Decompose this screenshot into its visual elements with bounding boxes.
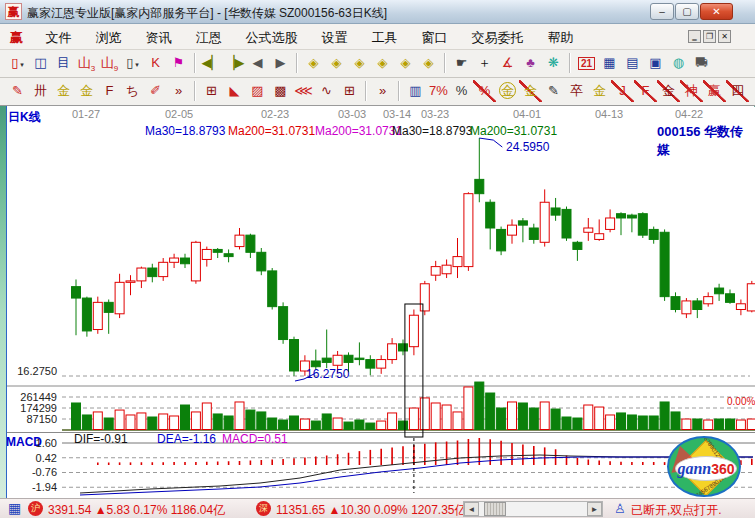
arrow-brush-icon[interactable]: ✎: [542, 80, 565, 102]
fan-icon[interactable]: ◣: [223, 80, 246, 102]
j-angle-icon[interactable]: J: [611, 80, 634, 102]
zoom-up-icon[interactable]: ◈: [371, 52, 394, 74]
keyboard-icon[interactable]: ▦: [8, 501, 21, 516]
f-angle-icon[interactable]: F: [634, 80, 657, 102]
gold-ratio-icon[interactable]: 金: [52, 80, 75, 102]
menu-item-7[interactable]: 工具: [359, 24, 409, 48]
peak-annotation-line: [479, 138, 502, 147]
flag-icon[interactable]: ⚑: [167, 52, 190, 74]
kx-analysis-icon[interactable]: K: [144, 52, 167, 74]
menu-item-1[interactable]: 文件: [33, 24, 83, 48]
last-page-icon[interactable]: ▕▶: [223, 52, 246, 74]
zigzag-icon[interactable]: ∿: [315, 80, 338, 102]
menu-item-3[interactable]: 资讯: [133, 24, 183, 48]
menu-item-2[interactable]: 浏览: [83, 24, 133, 48]
gold-circle-icon[interactable]: 金: [496, 80, 519, 102]
tree-tool-icon[interactable]: ♣: [519, 52, 542, 74]
connection-user-icon[interactable]: ♙: [614, 501, 626, 516]
menu-item-8[interactable]: 窗口: [409, 24, 459, 48]
truck-icon[interactable]: ⛟: [690, 52, 713, 74]
zoom-lr-icon[interactable]: ◈: [348, 52, 371, 74]
zoom-all-icon[interactable]: ◈: [394, 52, 417, 74]
connection-status[interactable]: 已断开,双点打开.: [631, 502, 722, 518]
candle-period-icon[interactable]: ▯ ▾: [121, 52, 144, 74]
sse-icon[interactable]: 沪: [28, 501, 43, 516]
percent-lines-icon[interactable]: %: [473, 80, 496, 102]
szse-quote[interactable]: 11351.65 ▲10.30 0.09% 1207.35亿: [276, 502, 467, 518]
minute-chart-3-icon[interactable]: 山3: [75, 52, 98, 74]
gann-line-icon[interactable]: 卅: [29, 80, 52, 102]
brush2-icon[interactable]: ✐: [144, 80, 167, 102]
mdi-restore-button[interactable]: ❐: [703, 30, 716, 43]
scroll-left-arrow[interactable]: ◄: [464, 502, 479, 516]
macd-axis-label: 1.60: [4, 437, 57, 449]
ray-icon[interactable]: ⋘: [292, 80, 315, 102]
volume-bar: [606, 415, 615, 430]
gold-lines-icon[interactable]: 金: [519, 80, 542, 102]
fan-box2-icon[interactable]: ▩: [269, 80, 292, 102]
f10-info-icon[interactable]: 目: [52, 52, 75, 74]
gold-tool-icon[interactable]: 金: [588, 80, 611, 102]
volume-bar: [388, 413, 397, 430]
grid2-icon[interactable]: ⊞: [338, 80, 361, 102]
more-left-icon[interactable]: »: [167, 80, 190, 102]
szse-icon[interactable]: 深: [256, 501, 271, 516]
menu-item-5[interactable]: 公式选股: [233, 24, 309, 48]
ying-angle-icon[interactable]: 赢: [703, 80, 726, 102]
screen-layout-icon[interactable]: ◫: [29, 52, 52, 74]
calendar-icon[interactable]: 21: [575, 52, 598, 74]
brain-tool-icon[interactable]: ❋: [542, 52, 565, 74]
percent7-icon[interactable]: 7%: [427, 80, 450, 102]
scroll-right-arrow[interactable]: ►: [587, 502, 602, 516]
save-icon[interactable]: ▣: [644, 52, 667, 74]
prev-page-icon[interactable]: ◀: [246, 52, 269, 74]
volume-bar: [736, 420, 745, 429]
candle-body: [115, 282, 124, 313]
menu-item-9[interactable]: 交易委托: [459, 24, 535, 48]
more-right-icon[interactable]: »: [371, 80, 394, 102]
maximize-button[interactable]: ▢: [675, 3, 699, 20]
shen-angle-icon[interactable]: 神: [680, 80, 703, 102]
menu-item-6[interactable]: 设置: [309, 24, 359, 48]
candle-style-icon[interactable]: ▯ ▾: [6, 52, 29, 74]
date-tick-label: 04-13: [595, 108, 623, 120]
mdi-close-button[interactable]: ✕: [718, 30, 731, 43]
zoom-left-icon[interactable]: ◈: [302, 52, 325, 74]
angle-tool-icon[interactable]: ∡: [496, 52, 519, 74]
next-page-icon[interactable]: ▶: [269, 52, 292, 74]
notebook-icon[interactable]: ▤: [621, 52, 644, 74]
volume-profile-icon[interactable]: ▥: [404, 80, 427, 102]
gold-section-icon[interactable]: 金: [75, 80, 98, 102]
zoom-fit-icon[interactable]: ◈: [417, 52, 440, 74]
crosshair-icon[interactable]: ＋: [473, 52, 496, 74]
date-tick-label: 04-01: [513, 108, 541, 120]
fan-box-icon[interactable]: ▨: [246, 80, 269, 102]
sse-quote[interactable]: 3391.54 ▲5.83 0.17% 1186.04亿: [48, 502, 225, 518]
toolbar-separator: [569, 53, 571, 73]
minute-chart-9-icon[interactable]: 山9: [98, 52, 121, 74]
menu-item-4[interactable]: 江恩: [183, 24, 233, 48]
close-button[interactable]: ✕: [700, 3, 733, 20]
web-icon[interactable]: ◍: [667, 52, 690, 74]
zoom-right-icon[interactable]: ◈: [325, 52, 348, 74]
mdi-minimize-button[interactable]: ‗: [688, 30, 701, 43]
gold-angle-icon[interactable]: 金: [657, 80, 680, 102]
menu-item-10[interactable]: 帮助: [535, 24, 585, 48]
scrollbar-thumb[interactable]: [484, 502, 506, 516]
minimize-button[interactable]: ‒: [650, 3, 674, 20]
calculator-icon[interactable]: ▦: [598, 52, 621, 74]
f-line-icon[interactable]: F: [98, 80, 121, 102]
candle-body: [475, 179, 484, 193]
gann-grid-icon[interactable]: ⊞: [200, 80, 223, 102]
brush-icon[interactable]: ✎: [6, 80, 29, 102]
percent-icon[interactable]: %: [450, 80, 473, 102]
volume-bar: [246, 410, 255, 429]
si-angle-icon[interactable]: 四: [726, 80, 749, 102]
volume-bar: [475, 382, 484, 429]
hand-icon[interactable]: ☛: [450, 52, 473, 74]
first-page-icon[interactable]: ◀▏: [200, 52, 223, 74]
spiral-icon[interactable]: ち: [121, 80, 144, 102]
gann-box-icon[interactable]: 卒: [565, 80, 588, 102]
volume-bar: [671, 412, 680, 430]
horizontal-scrollbar[interactable]: ◄ ►: [463, 501, 603, 517]
